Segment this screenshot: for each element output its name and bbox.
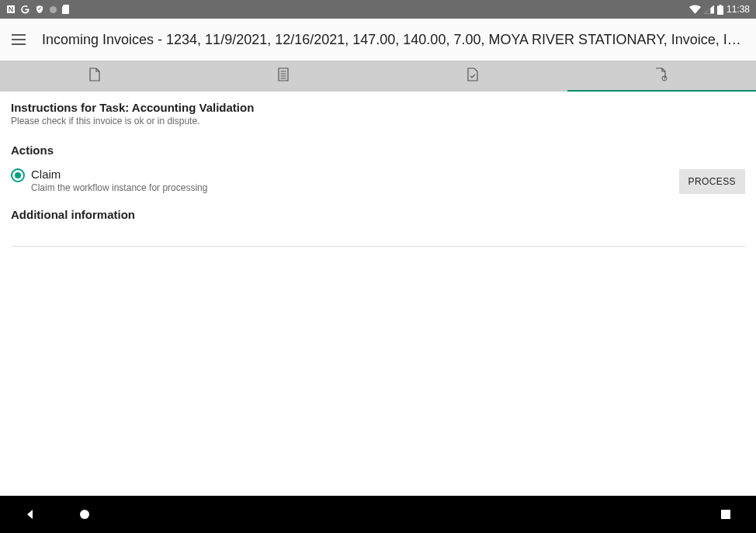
claim-label: Claim — [31, 168, 207, 181]
tab-process[interactable] — [567, 61, 757, 92]
navigation-bar — [0, 496, 756, 533]
tab-document[interactable] — [0, 61, 189, 92]
svg-point-2 — [50, 5, 57, 12]
divider — [11, 246, 745, 247]
list-icon — [278, 67, 289, 85]
additional-heading: Additional information — [11, 208, 745, 221]
claim-radio[interactable] — [11, 168, 25, 182]
google-icon — [20, 5, 30, 15]
svg-rect-4 — [719, 5, 721, 6]
tab-bar — [0, 61, 756, 92]
svg-rect-7 — [12, 43, 26, 45]
file-check-icon — [467, 67, 478, 85]
process-icon — [655, 67, 668, 85]
tab-list[interactable] — [189, 61, 379, 92]
svg-rect-14 — [721, 510, 730, 519]
instructions-subtitle: Please check if this invoice is ok or in… — [11, 116, 745, 126]
process-button[interactable]: PROCESS — [679, 169, 745, 194]
content-area: Instructions for Task: Accounting Valida… — [0, 92, 756, 496]
status-time: 11:38 — [727, 4, 750, 15]
battery-icon — [717, 5, 723, 15]
svg-rect-5 — [12, 34, 26, 36]
page-title: Incoming Invoices - 1234, 11/9/2021, 12/… — [42, 32, 747, 48]
instructions-title: Instructions for Task: Accounting Valida… — [11, 101, 745, 114]
action-row: Claim Claim the workflow instance for pr… — [11, 168, 745, 194]
document-icon — [89, 67, 100, 85]
status-bar: N 11:38 — [0, 0, 756, 19]
actions-heading: Actions — [11, 144, 745, 157]
svg-point-13 — [80, 510, 89, 519]
home-button[interactable] — [76, 506, 93, 523]
menu-button[interactable] — [9, 30, 28, 49]
svg-text:N: N — [9, 5, 14, 13]
wifi-icon — [689, 5, 701, 14]
recent-button[interactable] — [717, 506, 734, 523]
svg-rect-6 — [12, 39, 26, 40]
tab-file[interactable] — [378, 61, 567, 92]
signal-icon — [704, 5, 714, 14]
svg-rect-3 — [717, 5, 723, 15]
circle-icon — [49, 5, 57, 14]
notification-icon: N — [6, 5, 16, 14]
app-bar: Incoming Invoices - 1234, 11/9/2021, 12/… — [0, 19, 756, 61]
shield-icon — [35, 5, 44, 14]
back-button[interactable] — [22, 506, 39, 523]
claim-description: Claim the workflow instance for processi… — [31, 182, 207, 193]
sd-card-icon — [62, 5, 70, 14]
